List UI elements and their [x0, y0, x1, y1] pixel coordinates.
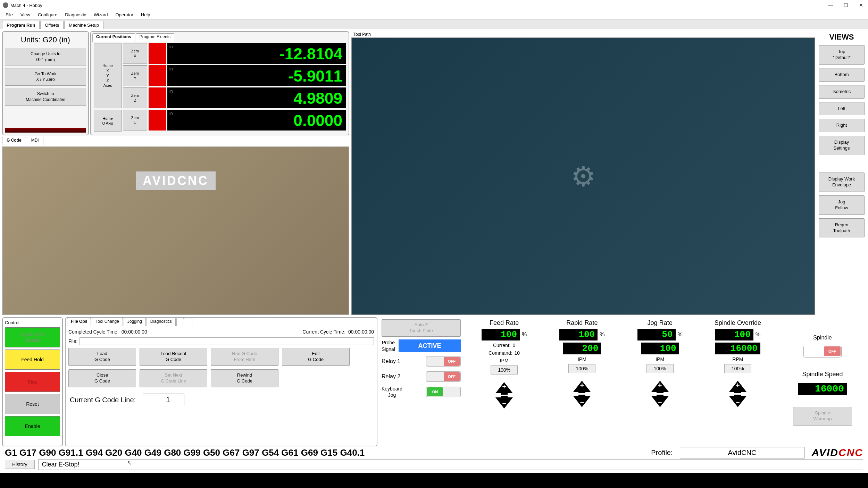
feed-rate-col: Feed Rate 100% Current:0 Command:10 IPM … — [467, 319, 541, 444]
rapid-rate-reset[interactable]: 100% — [568, 364, 595, 373]
rapid-rate-down-button[interactable] — [573, 396, 591, 410]
dro-x[interactable]: in-12.8104 — [167, 43, 346, 64]
keyboard-jog-toggle[interactable]: ON — [426, 387, 461, 397]
dro-u[interactable]: in0.0000 — [167, 110, 346, 131]
tab-blank-2[interactable] — [185, 318, 192, 326]
spindle-override-down-button[interactable] — [729, 396, 746, 410]
set-next-gcode-line-button[interactable]: Set Next G Code Line — [140, 369, 207, 387]
menu-operator[interactable]: Operator — [112, 11, 136, 18]
home-xyz-button[interactable]: Home X Y Z Axes — [94, 43, 122, 108]
view-right-button[interactable]: Right — [819, 119, 865, 132]
profile-input[interactable] — [680, 447, 805, 458]
spindle-speed-dro[interactable]: 16000 — [798, 383, 847, 395]
spindle-warmup-button[interactable]: Spindle Warm-up — [793, 407, 852, 426]
view-bottom-button[interactable]: Bottom — [819, 68, 865, 82]
close-button[interactable]: ✕ — [857, 1, 865, 9]
menu-wizard[interactable]: Wizard — [90, 11, 111, 18]
spindle-panel: Spindle OFF Spindle Speed 16000 Spindle … — [779, 317, 866, 446]
jog-rate-dro2[interactable]: 100 — [641, 343, 679, 354]
run-gcode-from-here-button[interactable]: Run G Code From Here — [211, 348, 278, 366]
switch-coordinates-button[interactable]: Switch to Machine Coordinates — [5, 88, 86, 106]
feed-rate-reset[interactable]: 100% — [491, 365, 518, 375]
tab-diagnostics[interactable]: Diagnostics — [147, 318, 176, 326]
feed-rate-up-button[interactable] — [495, 379, 513, 393]
relay-1-toggle[interactable]: OFF — [426, 356, 461, 367]
tab-current-positions[interactable]: Current Positions — [92, 33, 135, 42]
aux-panel: Auto Z Touch Plate Probe Signal ACTIVE R… — [379, 317, 463, 446]
tab-tool-change[interactable]: Tool Change — [92, 318, 123, 326]
file-input[interactable] — [80, 337, 374, 345]
rewind-gcode-button[interactable]: Rewind G Code — [211, 369, 278, 387]
zero-y-button[interactable]: Zero Y — [123, 65, 147, 86]
menubar: File View Configure Diagnostic Wizard Op… — [0, 10, 868, 19]
spindle-override-col: Spindle Override 100% 16000 RPM 100% — [701, 319, 775, 444]
relay-1-label: Relay 1 — [382, 358, 400, 364]
jog-rate-down-button[interactable] — [651, 396, 669, 410]
current-cycle-value: 00:00:00.00 — [348, 329, 374, 335]
rapid-rate-dro2[interactable]: 200 — [563, 343, 601, 354]
view-display-envelope-button[interactable]: Display Work Envelope — [819, 173, 865, 192]
dro-z[interactable]: in4.9809 — [167, 87, 346, 108]
auto-z-button[interactable]: Auto Z Touch Plate — [382, 319, 461, 337]
rapid-rate-dro[interactable]: 100 — [559, 329, 598, 340]
tab-blank-1[interactable] — [176, 318, 184, 326]
spindle-toggle[interactable]: OFF — [803, 346, 842, 357]
jog-rate-unit: IPM — [656, 356, 664, 362]
view-left-button[interactable]: Left — [819, 102, 865, 116]
menu-file[interactable]: File — [2, 11, 16, 18]
spindle-override-dro[interactable]: 100 — [715, 329, 753, 340]
rapid-rate-up-button[interactable] — [573, 378, 591, 392]
menu-help[interactable]: Help — [137, 11, 154, 18]
minimize-button[interactable]: — — [826, 1, 835, 9]
gcode-line-value[interactable]: 1 — [143, 394, 184, 406]
zero-z-button[interactable]: Zero Z — [123, 87, 147, 108]
menu-diagnostic[interactable]: Diagnostic — [61, 11, 90, 18]
view-display-settings-button[interactable]: Display Settings — [819, 136, 865, 155]
feed-current-val: 0 — [513, 343, 516, 348]
menu-view[interactable]: View — [17, 11, 34, 18]
tab-program-extents[interactable]: Program Extents — [136, 33, 174, 42]
home-u-button[interactable]: Home U Axis — [94, 110, 122, 132]
view-jog-follow-button[interactable]: Jog Follow — [819, 195, 865, 215]
tab-program-run[interactable]: Program Run — [2, 21, 40, 29]
spindle-override-dro2[interactable]: 16000 — [715, 343, 760, 354]
zero-u-button[interactable]: Zero U — [123, 110, 147, 131]
reset-button[interactable]: Reset — [5, 394, 60, 414]
edit-gcode-button[interactable]: Edit G Code — [282, 348, 350, 366]
jog-rate-up-button[interactable] — [651, 378, 669, 392]
zero-x-button[interactable]: Zero X — [123, 43, 147, 64]
view-regen-toolpath-button[interactable]: Regen Toolpath — [819, 218, 865, 238]
stop-button[interactable]: Stop — [5, 372, 60, 392]
rates-panel: Feed Rate 100% Current:0 Command:10 IPM … — [465, 317, 777, 446]
control-panel: Control Cycle Start Gcode Feed Hold Stop… — [2, 317, 63, 446]
tab-file-ops[interactable]: File Ops — [67, 318, 91, 326]
toolpath-view[interactable]: ⚙ — [351, 37, 815, 315]
change-units-button[interactable]: Change Units to G21 (mm) — [5, 48, 86, 66]
view-top-button[interactable]: Top *Default* — [819, 45, 865, 65]
tab-offsets[interactable]: Offsets — [40, 21, 64, 29]
load-recent-gcode-button[interactable]: Load Recent G Code — [140, 348, 207, 366]
history-button[interactable]: History — [5, 460, 35, 469]
close-gcode-button[interactable]: Close G Code — [68, 369, 136, 387]
spindle-override-reset[interactable]: 100% — [724, 364, 751, 373]
load-gcode-button[interactable]: Load G Code — [68, 348, 136, 366]
feed-rate-down-button[interactable] — [495, 397, 513, 411]
relay-2-toggle[interactable]: OFF — [426, 371, 461, 382]
feed-rate-dro[interactable]: 100 — [482, 329, 520, 340]
jog-rate-dro[interactable]: 50 — [637, 329, 676, 340]
feed-hold-button[interactable]: Feed Hold — [5, 350, 60, 370]
menu-configure[interactable]: Configure — [34, 11, 61, 18]
dro-y[interactable]: in-5.9011 — [167, 65, 346, 86]
maximize-button[interactable]: ☐ — [842, 1, 850, 9]
tab-machine-setup[interactable]: Machine Setup — [64, 21, 103, 29]
goto-work-zero-button[interactable]: Go To Work X / Y Zero — [5, 68, 86, 86]
tab-gcode[interactable]: G Code — [2, 137, 26, 145]
tab-jogging[interactable]: Jogging — [124, 318, 146, 326]
spindle-override-up-button[interactable] — [729, 378, 746, 392]
tab-mdi[interactable]: MDI — [27, 137, 43, 145]
jog-rate-reset[interactable]: 100% — [646, 364, 674, 373]
enable-button[interactable]: Enable — [5, 416, 60, 436]
cycle-start-button[interactable]: Cycle Start Gcode — [5, 327, 60, 347]
completed-cycle-value: 00:00:00.00 — [122, 329, 147, 335]
view-isometric-button[interactable]: Isometric — [819, 85, 865, 99]
